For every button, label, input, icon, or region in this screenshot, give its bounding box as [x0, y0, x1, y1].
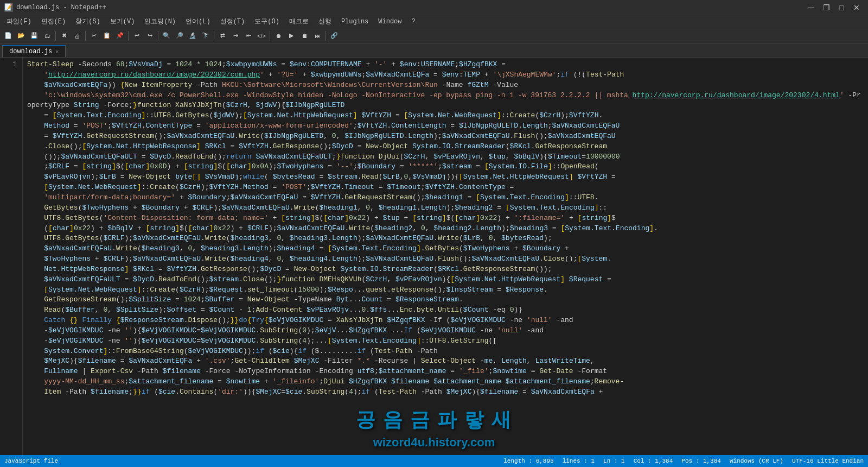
status-left: JavaScript file [4, 458, 58, 464]
status-ln: Ln : 1 [603, 458, 625, 464]
print-button[interactable]: 🖨 [71, 30, 83, 42]
tab-bar: download.js ✕ [0, 43, 868, 58]
maximize-button[interactable]: □ [834, 2, 848, 13]
restore-button[interactable]: ❐ [819, 2, 833, 13]
line-numbers: 1 [0, 58, 23, 455]
menu-encoding[interactable]: 인코딩(N) [140, 16, 180, 27]
save-button[interactable]: 💾 [28, 30, 40, 42]
status-lines: lines : 1 [563, 458, 595, 464]
macro-stop-button[interactable]: ⏹ [298, 30, 310, 42]
find-button[interactable]: 🔍 [161, 30, 173, 42]
link-button[interactable]: 🔗 [328, 30, 340, 42]
menu-language[interactable]: 언어(L) [181, 16, 215, 27]
toolbar-sep7 [326, 31, 326, 41]
tab-download-js[interactable]: download.js ✕ [2, 45, 66, 57]
redo-button[interactable]: ↪ [144, 30, 156, 42]
menu-file[interactable]: 파일(F) [2, 16, 36, 27]
status-encoding: UTF-16 Little Endian [792, 458, 864, 464]
toolbar-sep2 [85, 31, 86, 41]
indent-button[interactable]: ⇥ [229, 30, 241, 42]
status-length: length : 6,895 [503, 458, 553, 464]
menu-help[interactable]: ? [407, 17, 420, 27]
title-bar: 📝 download.js - Notepad++ ─ ❐ □ ✕ [0, 0, 868, 15]
line-number-1: 1 [2, 60, 17, 70]
toolbar-sep4 [158, 31, 158, 41]
app-icon: 📝 [4, 3, 13, 12]
paste-button[interactable]: 📌 [114, 30, 126, 42]
copy-button[interactable]: 📋 [101, 30, 113, 42]
menu-bar: 파일(F) 편집(E) 찾기(S) 보기(V) 인코딩(N) 언어(L) 설정(… [0, 15, 868, 28]
tab-close-icon[interactable]: ✕ [55, 48, 59, 55]
minimize-button[interactable]: ─ [804, 2, 818, 13]
macro-rec-button[interactable]: ⏺ [272, 30, 284, 42]
menu-window[interactable]: Window [374, 17, 406, 27]
menu-edit[interactable]: 편집(E) [37, 16, 71, 27]
menu-tools[interactable]: 도구(O) [250, 16, 284, 27]
toolbar-sep6 [270, 31, 270, 41]
zoom-out-button[interactable]: 🔭 [200, 30, 212, 42]
toolbar-sep5 [214, 31, 214, 41]
status-filetype: JavaScript file [4, 458, 58, 464]
status-right: length : 6,895 lines : 1 Ln : 1 Col : 1,… [503, 458, 864, 464]
code-content[interactable]: Start-Sleep -Seconds 68;$VsVmaDj = 1024 … [23, 58, 868, 455]
tab-label: download.js [9, 48, 52, 55]
menu-settings[interactable]: 설정(T) [216, 16, 250, 27]
toolbar: 📄 📂 💾 🗂 ✖ 🖨 ✂ 📋 📌 ↩ ↪ 🔍 🔎 🔬 🔭 ⇄ ⇥ ⇤ </> … [0, 28, 868, 43]
open-button[interactable]: 📂 [15, 30, 27, 42]
close-button[interactable]: ✕ [850, 2, 864, 13]
title-text: download.js - Notepad++ [16, 4, 106, 11]
menu-run[interactable]: 실행 [314, 16, 336, 27]
close-button-tb[interactable]: ✖ [58, 30, 70, 42]
cut-button[interactable]: ✂ [88, 30, 100, 42]
save-all-button[interactable]: 🗂 [41, 30, 53, 42]
new-button[interactable]: 📄 [2, 30, 14, 42]
code-area: 1 Start-Sleep -Seconds 68;$VsVmaDj = 102… [0, 58, 868, 455]
menu-plugins[interactable]: Plugins [337, 17, 373, 27]
status-pos: Pos : 1,384 [681, 458, 721, 464]
menu-macro[interactable]: 매크로 [285, 16, 313, 27]
title-controls: ─ ❐ □ ✕ [804, 2, 864, 13]
wrap-button[interactable]: ⇄ [216, 30, 228, 42]
toolbar-sep3 [128, 31, 129, 41]
undo-button[interactable]: ↩ [131, 30, 143, 42]
outdent-button[interactable]: ⇤ [242, 30, 254, 42]
status-os: Windows (CR LF) [730, 458, 783, 464]
title-left: 📝 download.js - Notepad++ [4, 3, 106, 12]
toolbar-sep1 [55, 31, 56, 41]
status-bar: JavaScript file length : 6,895 lines : 1… [0, 455, 868, 467]
html-button[interactable]: </> [256, 30, 267, 42]
menu-search[interactable]: 찾기(S) [71, 16, 105, 27]
macro-play-button[interactable]: ▶ [285, 30, 297, 42]
status-col: Col : 1,384 [634, 458, 673, 464]
find-next-button[interactable]: 🔎 [174, 30, 186, 42]
zoom-in-button[interactable]: 🔬 [187, 30, 199, 42]
macro-run-button[interactable]: ⏭ [311, 30, 323, 42]
menu-view[interactable]: 보기(V) [106, 16, 139, 27]
